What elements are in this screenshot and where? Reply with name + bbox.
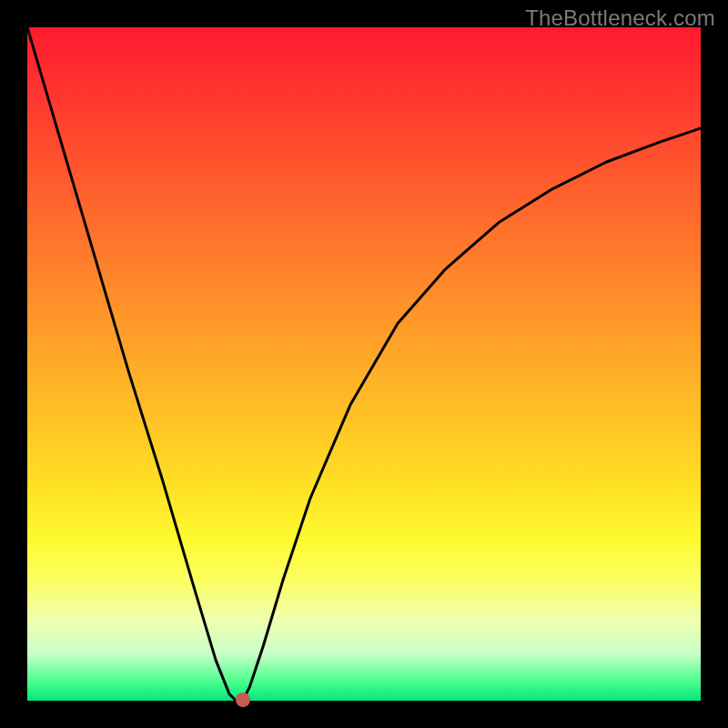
optimal-point-marker <box>236 693 250 707</box>
chart-container: TheBottleneck.com <box>0 0 728 728</box>
plot-area <box>27 27 701 701</box>
bottleneck-curve <box>27 27 701 701</box>
